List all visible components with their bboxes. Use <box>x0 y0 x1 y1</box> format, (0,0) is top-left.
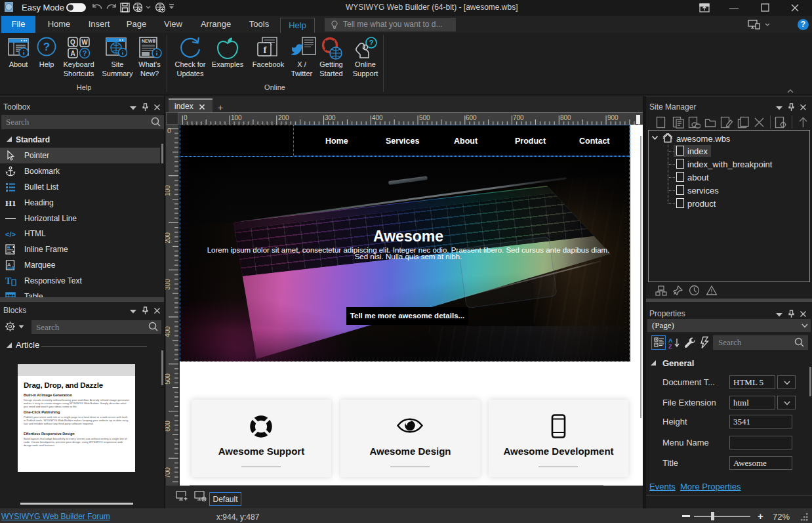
svg-text:H1: H1 <box>5 198 16 208</box>
svg-text:T: T <box>5 276 12 286</box>
svg-text:W: W <box>81 39 88 46</box>
svg-text:?: ? <box>369 39 374 47</box>
svg-text:?: ? <box>43 41 50 53</box>
svg-text:?: ? <box>83 49 87 57</box>
svg-text:Q: Q <box>70 39 75 46</box>
svg-text:Z: Z <box>668 343 672 349</box>
svg-text:A: A <box>7 262 11 268</box>
svg-text:</>: </> <box>5 230 16 238</box>
svg-text:A: A <box>70 50 75 57</box>
